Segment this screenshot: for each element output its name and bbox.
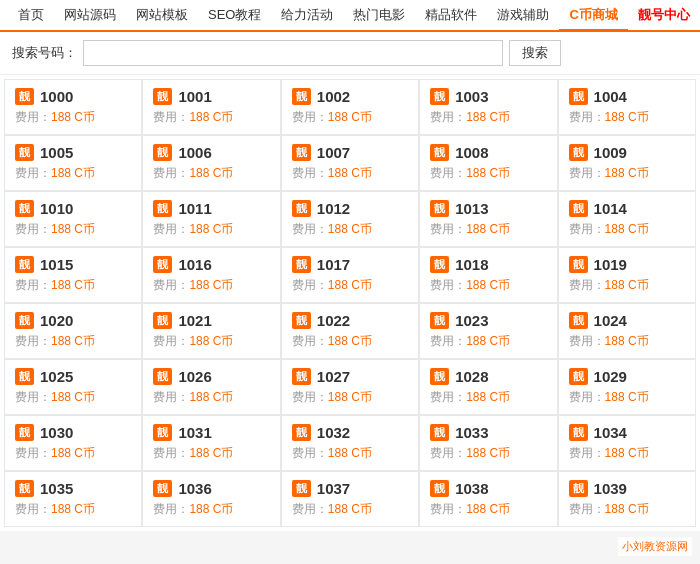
fee-value: 188 C币 (189, 502, 233, 516)
card-icon: 靓 (153, 312, 172, 329)
card-item[interactable]: 靓 1018 费用：188 C币 (419, 247, 557, 303)
nav-seo[interactable]: SEO教程 (198, 0, 271, 31)
card-title: 靓 1025 (15, 368, 131, 385)
card-fee: 费用：188 C币 (569, 109, 685, 126)
card-item[interactable]: 靓 1014 费用：188 C币 (558, 191, 696, 247)
card-fee: 费用：188 C币 (292, 277, 408, 294)
fee-value: 188 C币 (466, 446, 510, 460)
card-icon: 靓 (569, 312, 588, 329)
card-item[interactable]: 靓 1006 费用：188 C币 (142, 135, 280, 191)
card-icon: 靓 (569, 424, 588, 441)
card-fee: 费用：188 C币 (153, 277, 269, 294)
card-item[interactable]: 靓 1008 费用：188 C币 (419, 135, 557, 191)
card-number: 1033 (455, 424, 488, 441)
card-title: 靓 1020 (15, 312, 131, 329)
fee-value: 188 C币 (605, 110, 649, 124)
main-nav: 首页 网站源码 网站模板 SEO教程 给力活动 热门电影 精品软件 游戏辅助 C… (0, 0, 700, 32)
nav-game[interactable]: 游戏辅助 (487, 0, 559, 31)
card-title: 靓 1039 (569, 480, 685, 497)
fee-value: 188 C币 (51, 334, 95, 348)
card-item[interactable]: 靓 1013 费用：188 C币 (419, 191, 557, 247)
card-item[interactable]: 靓 1015 费用：188 C币 (4, 247, 142, 303)
card-title: 靓 1028 (430, 368, 546, 385)
card-title: 靓 1038 (430, 480, 546, 497)
card-item[interactable]: 靓 1028 费用：188 C币 (419, 359, 557, 415)
card-item[interactable]: 靓 1004 费用：188 C币 (558, 79, 696, 135)
card-item[interactable]: 靓 1025 费用：188 C币 (4, 359, 142, 415)
search-label: 搜索号码： (12, 44, 77, 62)
card-item[interactable]: 靓 1021 费用：188 C币 (142, 303, 280, 359)
card-fee: 费用：188 C币 (292, 333, 408, 350)
card-title: 靓 1023 (430, 312, 546, 329)
card-title: 靓 1024 (569, 312, 685, 329)
fee-value: 188 C币 (328, 446, 372, 460)
card-item[interactable]: 靓 1017 费用：188 C币 (281, 247, 419, 303)
card-item[interactable]: 靓 1026 费用：188 C币 (142, 359, 280, 415)
nav-home[interactable]: 首页 (8, 0, 54, 31)
card-icon: 靓 (153, 88, 172, 105)
card-number: 1021 (178, 312, 211, 329)
card-item[interactable]: 靓 1002 费用：188 C币 (281, 79, 419, 135)
fee-value: 188 C币 (189, 446, 233, 460)
card-item[interactable]: 靓 1037 费用：188 C币 (281, 471, 419, 527)
card-number: 1018 (455, 256, 488, 273)
card-item[interactable]: 靓 1027 费用：188 C币 (281, 359, 419, 415)
card-item[interactable]: 靓 1010 费用：188 C币 (4, 191, 142, 247)
fee-value: 188 C币 (466, 390, 510, 404)
card-item[interactable]: 靓 1023 费用：188 C币 (419, 303, 557, 359)
card-item[interactable]: 靓 1024 费用：188 C币 (558, 303, 696, 359)
card-item[interactable]: 靓 1003 费用：188 C币 (419, 79, 557, 135)
card-number: 1009 (594, 144, 627, 161)
card-fee: 费用：188 C币 (292, 109, 408, 126)
card-fee: 费用：188 C币 (15, 277, 131, 294)
card-item[interactable]: 靓 1029 费用：188 C币 (558, 359, 696, 415)
fee-value: 188 C币 (189, 334, 233, 348)
card-number: 1032 (317, 424, 350, 441)
card-fee: 费用：188 C币 (153, 333, 269, 350)
card-item[interactable]: 靓 1032 费用：188 C币 (281, 415, 419, 471)
card-item[interactable]: 靓 1034 费用：188 C币 (558, 415, 696, 471)
nav-activity[interactable]: 给力活动 (271, 0, 343, 31)
card-fee: 费用：188 C币 (153, 109, 269, 126)
card-number: 1011 (178, 200, 211, 217)
card-fee: 费用：188 C币 (15, 165, 131, 182)
card-item[interactable]: 靓 1001 费用：188 C币 (142, 79, 280, 135)
card-title: 靓 1007 (292, 144, 408, 161)
card-item[interactable]: 靓 1011 费用：188 C币 (142, 191, 280, 247)
search-button[interactable]: 搜索 (509, 40, 561, 66)
search-input[interactable] (83, 40, 503, 66)
nav-template[interactable]: 网站模板 (126, 0, 198, 31)
nav-coin-shop[interactable]: C币商城 (559, 0, 627, 31)
card-item[interactable]: 靓 1000 费用：188 C币 (4, 79, 142, 135)
card-item[interactable]: 靓 1016 费用：188 C币 (142, 247, 280, 303)
card-item[interactable]: 靓 1009 费用：188 C币 (558, 135, 696, 191)
fee-value: 188 C币 (189, 110, 233, 124)
card-item[interactable]: 靓 1019 费用：188 C币 (558, 247, 696, 303)
card-item[interactable]: 靓 1020 费用：188 C币 (4, 303, 142, 359)
fee-value: 188 C币 (51, 222, 95, 236)
card-item[interactable]: 靓 1030 费用：188 C币 (4, 415, 142, 471)
card-icon: 靓 (569, 88, 588, 105)
nav-movie[interactable]: 热门电影 (343, 0, 415, 31)
nav-source[interactable]: 网站源码 (54, 0, 126, 31)
card-fee: 费用：188 C币 (430, 501, 546, 518)
card-number: 1028 (455, 368, 488, 385)
fee-value: 188 C币 (51, 110, 95, 124)
card-item[interactable]: 靓 1036 费用：188 C币 (142, 471, 280, 527)
nav-software[interactable]: 精品软件 (415, 0, 487, 31)
card-item[interactable]: 靓 1038 费用：188 C币 (419, 471, 557, 527)
fee-value: 188 C币 (328, 278, 372, 292)
fee-value: 188 C币 (466, 166, 510, 180)
card-item[interactable]: 靓 1039 费用：188 C币 (558, 471, 696, 527)
nav-vip-num[interactable]: 靓号中心 (628, 0, 700, 31)
card-item[interactable]: 靓 1012 费用：188 C币 (281, 191, 419, 247)
card-item[interactable]: 靓 1007 费用：188 C币 (281, 135, 419, 191)
card-item[interactable]: 靓 1005 费用：188 C币 (4, 135, 142, 191)
card-item[interactable]: 靓 1022 费用：188 C币 (281, 303, 419, 359)
card-item[interactable]: 靓 1031 费用：188 C币 (142, 415, 280, 471)
fee-value: 188 C币 (189, 166, 233, 180)
fee-value: 188 C币 (466, 334, 510, 348)
card-icon: 靓 (153, 424, 172, 441)
card-item[interactable]: 靓 1033 费用：188 C币 (419, 415, 557, 471)
card-item[interactable]: 靓 1035 费用：188 C币 (4, 471, 142, 527)
